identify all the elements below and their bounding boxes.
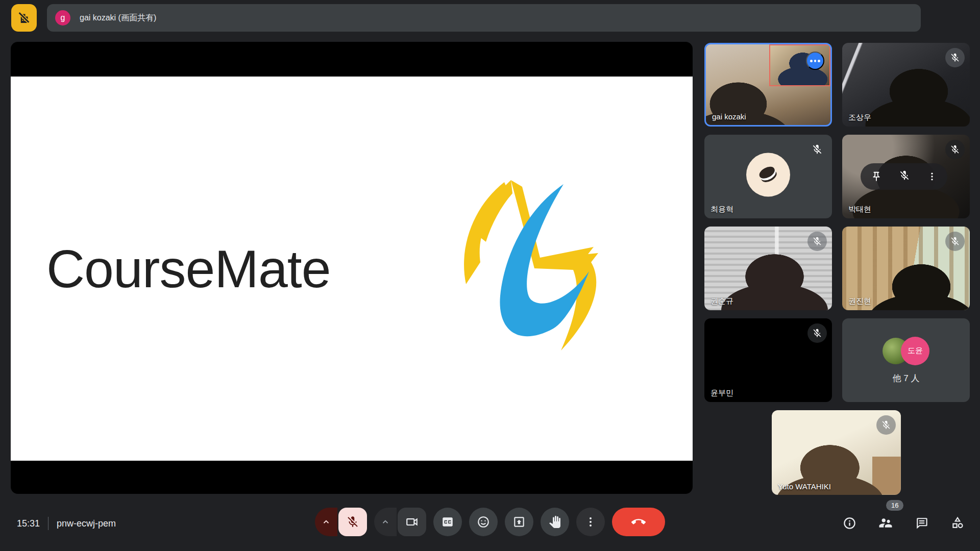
activities-button[interactable]	[950, 516, 965, 530]
app-icon[interactable]	[11, 4, 37, 32]
pin-participant-button[interactable]	[871, 171, 882, 182]
tile-hover-controls	[861, 163, 947, 190]
raise-hand-button[interactable]	[541, 508, 569, 536]
participant-tile[interactable]: 권진현	[842, 227, 970, 310]
presenter-banner[interactable]: g gai kozaki (画面共有)	[47, 4, 921, 32]
mic-off-icon	[945, 140, 965, 159]
meeting-details-button[interactable]	[843, 516, 856, 530]
mic-off-icon	[807, 140, 827, 159]
overflow-avatars: 도윤	[883, 337, 929, 365]
mic-off-icon	[876, 415, 896, 435]
mic-off-icon	[945, 48, 965, 67]
participant-tile[interactable]: 조상우	[842, 43, 970, 127]
presenter-avatar: g	[55, 10, 70, 26]
participant-name: 권순규	[710, 296, 733, 306]
more-options-button[interactable]	[576, 508, 605, 536]
mic-off-icon	[945, 232, 965, 251]
camera-options-chevron[interactable]	[374, 508, 397, 536]
participant-name: 최용혁	[710, 205, 733, 214]
participant-tile-gai-kozaki[interactable]: gai kozaki	[704, 43, 832, 127]
participant-tile[interactable]: 윤부민	[704, 318, 832, 402]
participant-name: gai kozaki	[712, 112, 746, 121]
no-buildings-icon	[16, 10, 32, 26]
mic-options-chevron[interactable]	[315, 508, 337, 536]
participant-tile[interactable]: 박태현	[842, 135, 970, 218]
chat-button[interactable]	[915, 516, 929, 530]
end-call-button[interactable]	[612, 508, 665, 536]
participant-name: Yuto WATAHIKI	[778, 482, 831, 491]
coursemate-logo	[434, 177, 639, 361]
captions-button[interactable]	[433, 508, 462, 536]
overflow-participants-tile[interactable]: 도윤 他 7 人	[842, 318, 970, 402]
others-count-label: 他 7 人	[893, 372, 920, 384]
mic-mute-button[interactable]	[338, 508, 367, 536]
meeting-code: pnw-ecwj-pem	[57, 518, 116, 529]
participant-name: 권진현	[848, 296, 871, 306]
camera-button[interactable]	[398, 508, 426, 536]
camera-control-group	[374, 508, 426, 536]
tile-more-options-button[interactable]	[927, 171, 937, 182]
participant-tile[interactable]: 권순규	[704, 227, 832, 310]
participant-name: 윤부민	[710, 388, 733, 398]
mic-off-icon	[807, 323, 827, 343]
slide-title: CourseMate	[46, 238, 330, 299]
panel-buttons: 16	[843, 515, 965, 531]
clock-time: 15:31	[17, 518, 40, 529]
meeting-info: 15:31 pnw-ecwj-pem	[17, 517, 116, 530]
mic-control-group	[315, 508, 367, 536]
participant-tile[interactable]: Yuto WATAHIKI	[772, 410, 901, 495]
reactions-button[interactable]	[469, 508, 498, 536]
tile-more-options-button[interactable]	[806, 52, 824, 70]
people-button[interactable]: 16	[878, 515, 893, 531]
mic-off-icon	[807, 232, 827, 251]
participant-tile[interactable]: 최용혁	[704, 135, 832, 218]
present-button[interactable]	[505, 508, 533, 536]
participant-name: 조상우	[848, 113, 871, 122]
screen-share-tile[interactable]: CourseMate	[11, 42, 693, 494]
presenter-title: gai kozaki (画面共有)	[80, 13, 156, 23]
meet-window: g gai kozaki (画面共有) CourseMate gai kozak…	[0, 0, 980, 551]
divider	[48, 517, 48, 530]
call-controls	[315, 508, 665, 536]
participant-avatar: 도윤	[901, 337, 929, 365]
participant-count-badge: 16	[886, 500, 903, 511]
mic-off-icon	[899, 170, 910, 183]
shared-slide: CourseMate	[11, 77, 693, 461]
cookie-avatar-icon	[746, 153, 790, 197]
participant-name: 박태현	[848, 205, 871, 214]
